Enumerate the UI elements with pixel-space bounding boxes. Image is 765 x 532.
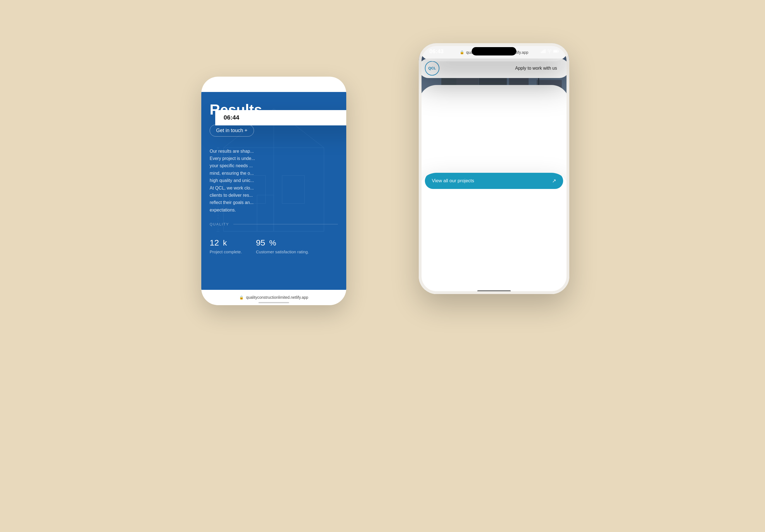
apply-button[interactable]: Apply to work with us [509,62,563,74]
view-projects-button[interactable]: View all our projects ↗ [425,173,563,189]
cta-buttons: View all our projects ↗ Get a free quote… [419,173,569,294]
svg-rect-13 [545,49,545,53]
quality-divider: QUALITY [210,222,338,226]
svg-rect-11 [542,51,543,53]
phone-back: 06:44 [201,77,346,305]
results-heading: Results. [210,102,338,118]
front-home-indicator [477,290,511,292]
battery-icon [553,50,559,53]
secondary-arrow-icon: ↗ [552,198,556,204]
scene: 06:44 [187,43,578,489]
results-description: Our results are shap...Every project is … [210,148,338,214]
front-status-time: 06:43 [426,47,541,55]
primary-arrow-icon: ↗ [552,178,556,184]
signal-icon [541,49,546,53]
stats-row: 12 k Project complete. 95 % Customer sat… [210,233,338,254]
hero-title: Serving Guernsey Quality Construction fr… [426,85,561,134]
svg-rect-17 [554,50,557,52]
stat-satisfaction: 95 % Customer satisfaction rating. [256,233,309,254]
menu-icon[interactable] [443,65,452,72]
svg-rect-10 [541,52,542,53]
stat-projects: 12 k Project complete. [210,233,242,254]
wifi-icon [547,50,552,53]
status-icons [541,48,561,53]
back-home-indicator [259,302,289,303]
hero-subtitle: Delivering quality construction with car… [426,138,561,151]
back-url-text: qualityconstructionlimited.netlify.app [246,295,308,299]
qcl-logo: QCL [425,61,439,76]
get-in-touch-button[interactable]: Get in touch + [210,125,254,137]
svg-point-14 [549,52,550,53]
lock-icon: 🔒 [239,295,244,299]
phone-front: 06:43 [419,43,569,294]
svg-rect-12 [543,50,544,53]
svg-rect-16 [558,51,559,52]
free-quote-button[interactable]: Get a free quote ↗ [425,192,563,209]
front-status-bar: 06:43 [419,43,569,59]
nav-bar: QCL Apply to work with us [419,59,569,78]
